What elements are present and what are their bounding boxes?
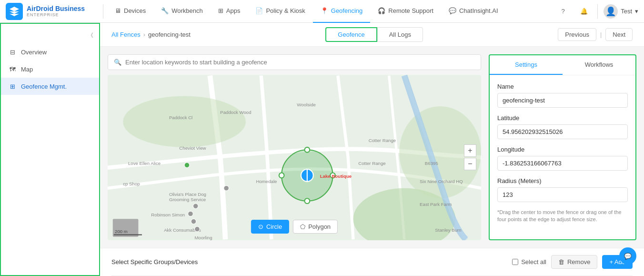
- sidebar-item-map[interactable]: 🗺 Map: [1, 61, 99, 78]
- zoom-out-button[interactable]: −: [464, 158, 476, 170]
- app-body: 《 ⊟ Overview 🗺 Map ⊞ Geofence Mgmt. All …: [0, 23, 644, 276]
- sidebar-item-overview[interactable]: ⊟ Overview: [1, 43, 99, 61]
- settings-tabs: Settings Workflows: [490, 55, 635, 75]
- overview-icon: ⊟: [9, 48, 16, 56]
- svg-text:Olivia's Place Dog: Olivia's Place Dog: [169, 192, 206, 197]
- breadcrumb: All Fences › geofencing-test: [111, 31, 191, 38]
- map-section: 🔍: [108, 54, 481, 240]
- nav-chatinsight[interactable]: 💬 ChatInsight.AI: [441, 0, 506, 23]
- map-toolbar: ⊙ Circle ⬠ Polygon: [251, 220, 338, 234]
- chat-icon: 💬: [449, 7, 456, 14]
- nav-geofencing-label: Geofencing: [331, 7, 363, 14]
- tab-all-logs[interactable]: All Logs: [377, 27, 423, 42]
- nav-remote[interactable]: 🎧 Remote Support: [370, 0, 441, 23]
- svg-text:Paddock Cl: Paddock Cl: [169, 115, 192, 120]
- avatar-img: 👤: [605, 6, 616, 17]
- circle-tool-button[interactable]: ⊙ Circle: [251, 220, 289, 234]
- svg-text:B6395: B6395: [425, 161, 438, 166]
- longitude-field-group: Longitude: [497, 146, 628, 171]
- nav-policy[interactable]: 📄 Policy & Kiosk: [248, 0, 312, 23]
- location-search-input[interactable]: [125, 59, 475, 66]
- chevron-down-icon: ▾: [635, 8, 638, 15]
- paging-sep: |: [600, 31, 602, 38]
- svg-point-32: [224, 185, 229, 191]
- polygon-tool-label: Polygon: [308, 223, 331, 230]
- nav-devices[interactable]: 🖥 Devices: [107, 0, 153, 23]
- nav-apps-label: Apps: [226, 7, 241, 14]
- radius-label: Radius (Meters): [497, 177, 628, 184]
- content-topbar: All Fences › geofencing-test Geofence Al…: [100, 23, 644, 47]
- headset-icon: 🎧: [378, 7, 385, 14]
- chat-fab-button[interactable]: 💬: [619, 247, 636, 265]
- svg-point-31: [184, 163, 190, 168]
- help-button[interactable]: ?: [555, 4, 571, 19]
- svg-text:Paddock Wood: Paddock Wood: [220, 110, 251, 115]
- nav-workbench[interactable]: 🔧 Workbench: [153, 0, 211, 23]
- nav-devices-label: Devices: [124, 7, 146, 14]
- notifications-button[interactable]: 🔔: [576, 4, 592, 19]
- radius-input[interactable]: [497, 187, 628, 202]
- tab-settings[interactable]: Settings: [490, 55, 563, 75]
- nav-divider: [103, 4, 103, 19]
- remove-label: Remove: [567, 258, 590, 266]
- drag-hint: *Drag the center to move the fence or dr…: [497, 209, 628, 224]
- location-icon: 📍: [321, 7, 328, 14]
- location-search-bar: 🔍: [108, 54, 481, 70]
- select-all-wrap: Select all: [512, 258, 546, 266]
- tab-geofence[interactable]: Geofence: [325, 27, 377, 42]
- circle-icon: ⊙: [258, 223, 263, 230]
- previous-button[interactable]: Previous: [558, 28, 596, 41]
- svg-text:Moorling: Moorling: [195, 235, 212, 240]
- grid-icon: ⊞: [218, 7, 223, 14]
- svg-point-27: [279, 173, 284, 178]
- help-icon: ?: [562, 8, 565, 15]
- next-button[interactable]: Next: [605, 28, 633, 41]
- nav-apps[interactable]: ⊞ Apps: [211, 0, 248, 23]
- svg-point-36: [195, 226, 200, 232]
- monitor-icon: 🖥: [115, 7, 121, 14]
- user-name: Test: [621, 8, 632, 15]
- remove-icon: 🗑: [558, 258, 564, 266]
- map-view[interactable]: Paddock Cl Paddock Wood Woolside Cheviot…: [108, 75, 481, 240]
- svg-point-35: [191, 219, 196, 224]
- wrench-icon: 🔧: [161, 7, 169, 14]
- svg-text:Cheviot View: Cheviot View: [179, 145, 206, 151]
- main-content: All Fences › geofencing-test Geofence Al…: [100, 23, 644, 276]
- radius-field-group: Radius (Meters): [497, 177, 628, 202]
- select-all-checkbox[interactable]: [512, 259, 518, 265]
- user-menu-button[interactable]: 👤 Test ▾: [604, 4, 638, 19]
- nav-geofencing[interactable]: 📍 Geofencing: [313, 0, 371, 23]
- name-input[interactable]: [497, 93, 628, 108]
- brand-sub: ENTERPRISE: [27, 12, 85, 17]
- paging-nav: Previous | Next: [558, 28, 633, 41]
- polygon-tool-button[interactable]: ⬠ Polygon: [293, 220, 338, 234]
- svg-text:Homedale: Homedale: [256, 179, 277, 184]
- bottom-title: Select Specific Groups/Devices: [111, 258, 198, 266]
- avatar: 👤: [604, 4, 618, 19]
- zoom-in-button[interactable]: +: [464, 144, 476, 157]
- content-area: 🔍: [100, 47, 644, 248]
- map-zoom-controls: + −: [464, 144, 476, 170]
- svg-point-33: [193, 204, 198, 209]
- page-tabs: Geofence All Logs: [325, 27, 423, 42]
- name-label: Name: [497, 83, 628, 90]
- bottom-header: Select Specific Groups/Devices Select al…: [111, 248, 633, 276]
- tab-workflows[interactable]: Workflows: [563, 55, 635, 75]
- search-icon: 🔍: [114, 59, 121, 66]
- breadcrumb-parent[interactable]: All Fences: [111, 31, 141, 38]
- latitude-field-group: Latitude: [497, 114, 628, 139]
- latitude-input[interactable]: [497, 124, 628, 139]
- brand-name: AirDroid Business: [27, 5, 85, 12]
- top-nav: AirDroid Business ENTERPRISE 🖥 Devices 🔧…: [0, 0, 644, 23]
- svg-text:Cotter Range: Cotter Range: [358, 161, 385, 166]
- svg-text:Robinson Simon: Robinson Simon: [151, 212, 185, 217]
- nav-chatinsight-label: ChatInsight.AI: [459, 7, 498, 14]
- map-icon: 🗺: [9, 65, 16, 73]
- longitude-label: Longitude: [497, 146, 628, 153]
- collapse-button[interactable]: 《: [88, 31, 93, 40]
- sidebar-item-geofence-mgmt[interactable]: ⊞ Geofence Mgmt.: [1, 78, 99, 95]
- settings-body: Name Latitude Longitude Radius (Meters): [490, 75, 635, 231]
- remove-button[interactable]: 🗑 Remove: [551, 255, 597, 269]
- sidebar-collapse-area: 《: [1, 30, 99, 43]
- longitude-input[interactable]: [497, 156, 628, 171]
